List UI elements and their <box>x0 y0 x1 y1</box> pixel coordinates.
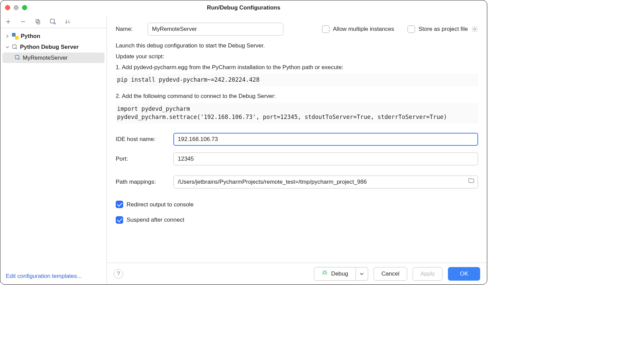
apply-button[interactable]: Apply <box>413 267 443 281</box>
redirect-output-checkbox[interactable]: Redirect output to console <box>116 201 478 209</box>
svg-rect-1 <box>36 19 39 23</box>
checkbox-label: Allow multiple instances <box>333 25 394 33</box>
remove-config-button[interactable] <box>19 18 27 25</box>
edit-templates-link[interactable]: Edit configuration templates... <box>6 273 82 279</box>
path-mappings-label: Path mappings: <box>116 178 167 186</box>
save-template-button[interactable] <box>49 18 57 25</box>
bug-icon <box>322 269 328 278</box>
python-icon <box>12 33 19 40</box>
pip-command: pip install pydevd-pycharm~=242.20224.42… <box>116 74 478 86</box>
checkbox-icon <box>408 25 415 33</box>
checkbox-label: Store as project file <box>418 25 468 33</box>
tree-node-debug-server[interactable]: Python Debug Server <box>2 42 105 53</box>
name-label: Name: <box>116 25 139 33</box>
debug-button[interactable]: Debug <box>314 267 356 281</box>
tree-node-myremoteserver[interactable]: MyRemoteServer <box>2 53 105 63</box>
allow-multiple-checkbox[interactable]: Allow multiple instances <box>322 25 394 33</box>
checkbox-icon <box>322 25 329 33</box>
svg-rect-0 <box>37 21 40 24</box>
sidebar: Python Python Debug Server MyRemoteServ <box>0 15 107 284</box>
checkbox-label: Redirect output to console <box>127 201 194 209</box>
instruction-intro: Launch this debug configuration to start… <box>116 42 478 50</box>
button-label: OK <box>460 270 468 278</box>
port-row: Port: <box>116 153 478 165</box>
add-config-button[interactable] <box>4 18 12 25</box>
python-command: import pydevd_pycharm pydevd_pycharm.set… <box>116 103 478 123</box>
tree-label: Python <box>21 32 40 40</box>
tree-label: Python Debug Server <box>20 43 79 51</box>
window-title: Run/Debug Configurations <box>207 4 280 12</box>
checkbox-label: Suspend after connect <box>127 216 184 224</box>
path-mappings-row: Path mappings: <box>116 176 478 188</box>
window-controls <box>5 5 27 10</box>
button-label: Cancel <box>381 270 399 278</box>
hostname-label: IDE host name: <box>116 135 167 143</box>
name-row: Name: Allow multiple instances Store as … <box>116 23 478 36</box>
config-form: Name: Allow multiple instances Store as … <box>107 15 487 263</box>
checkbox-icon <box>116 201 123 208</box>
dialog-footer: ? Debug Cancel <box>107 263 487 284</box>
titlebar: Run/Debug Configurations <box>0 0 487 15</box>
chevron-right-icon <box>5 35 10 38</box>
port-label: Port: <box>116 155 167 163</box>
instruction-step2: 2. Add the following command to connect … <box>116 92 478 100</box>
button-label: Debug <box>331 270 348 278</box>
checkbox-icon <box>116 216 123 224</box>
options-checks: Redirect output to console Suspend after… <box>116 201 478 224</box>
minimize-icon[interactable] <box>14 5 19 10</box>
header-checks: Allow multiple instances Store as projec… <box>322 25 478 33</box>
copy-config-button[interactable] <box>34 18 42 25</box>
gear-icon[interactable] <box>471 26 478 33</box>
config-tree: Python Python Debug Server MyRemoteServ <box>0 28 107 268</box>
ok-button[interactable]: OK <box>448 267 480 281</box>
port-input[interactable] <box>173 153 478 165</box>
close-icon[interactable] <box>5 5 10 10</box>
debug-split-button: Debug <box>314 267 368 281</box>
name-input[interactable] <box>148 23 283 36</box>
chevron-down-icon <box>5 45 10 49</box>
instruction-update: Update your script: <box>116 53 478 61</box>
svg-point-5 <box>474 28 476 30</box>
instruction-step1: 1. Add pydevd-pycharm.egg from the PyCha… <box>116 63 478 72</box>
button-label: Apply <box>420 270 435 278</box>
tree-label: MyRemoteServer <box>23 54 68 62</box>
sort-button[interactable] <box>64 18 72 25</box>
store-project-checkbox[interactable]: Store as project file <box>408 25 478 33</box>
connection-form: IDE host name: Port: Path mappings: <box>116 133 478 224</box>
maximize-icon[interactable] <box>22 5 27 10</box>
debug-config-icon <box>15 55 21 61</box>
dialog-body: Python Python Debug Server MyRemoteServ <box>0 15 487 284</box>
footer-buttons: Debug Cancel Apply OK <box>314 267 480 281</box>
debug-config-icon <box>12 44 18 50</box>
main-panel: Name: Allow multiple instances Store as … <box>107 15 487 284</box>
help-button[interactable]: ? <box>114 269 123 279</box>
sidebar-toolbar <box>0 15 107 28</box>
debug-dropdown-button[interactable] <box>356 267 368 281</box>
suspend-after-connect-checkbox[interactable]: Suspend after connect <box>116 216 478 224</box>
sidebar-footer: Edit configuration templates... <box>0 268 107 284</box>
hostname-row: IDE host name: <box>116 133 478 146</box>
svg-point-6 <box>323 271 326 274</box>
hostname-input[interactable] <box>173 133 478 146</box>
path-mappings-input[interactable] <box>173 176 478 188</box>
folder-icon[interactable] <box>468 177 475 186</box>
cancel-button[interactable]: Cancel <box>374 267 407 281</box>
tree-node-python[interactable]: Python <box>2 31 105 42</box>
run-debug-config-dialog: Run/Debug Configurations <box>0 0 487 285</box>
